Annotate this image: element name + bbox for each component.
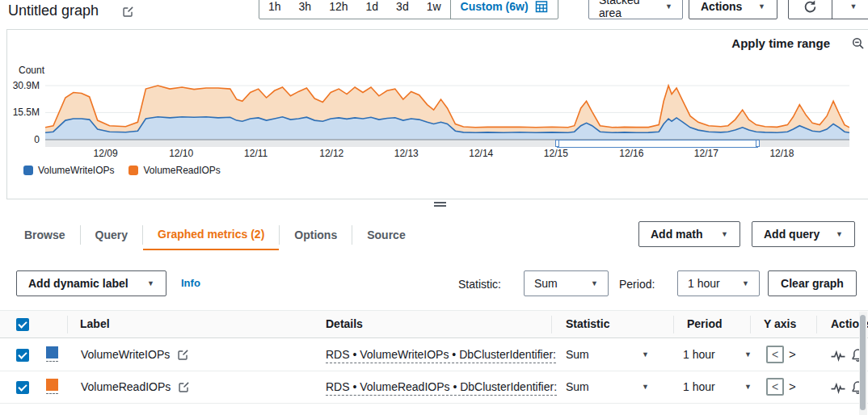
tab-graphed-metrics[interactable]: Graphed metrics (2): [143, 220, 279, 250]
tab-options[interactable]: Options: [280, 220, 352, 250]
divider: [67, 316, 68, 333]
refresh-split-button: ▼: [788, 0, 868, 19]
brush-left-handle[interactable]: [555, 140, 559, 147]
zoom-out-icon[interactable]: [852, 37, 865, 50]
y-axis-left-button[interactable]: <: [766, 346, 784, 363]
metric-label: VolumeReadIOPs: [81, 380, 171, 393]
row-statistic-select[interactable]: Sum ▼: [566, 380, 649, 393]
chart-type-value: Stacked area: [599, 0, 657, 19]
clear-graph-button[interactable]: Clear graph: [768, 270, 857, 296]
column-header-statistic: Statistic: [566, 317, 609, 330]
y-axis-left-button[interactable]: <: [766, 378, 784, 396]
row-period-value: 1 hour: [683, 348, 715, 361]
column-header-period: Period: [687, 317, 723, 330]
metric-details[interactable]: RDS • VolumeReadIOPs • DbClusterIdentifi…: [326, 380, 557, 396]
row-checkbox[interactable]: [16, 381, 29, 394]
edit-label-icon[interactable]: [178, 381, 190, 393]
panel-resize-handle[interactable]: [434, 202, 446, 208]
divider: [750, 316, 751, 333]
x-axis-tick: 12/11: [237, 148, 276, 159]
x-axis-tick: 12/18: [762, 148, 801, 159]
row-period-select[interactable]: 1 hour ▼: [683, 380, 752, 393]
alarm-pulse-icon[interactable]: [831, 380, 845, 395]
caret-down-icon: ▼: [742, 280, 749, 287]
row-period-select[interactable]: 1 hour ▼: [683, 348, 752, 361]
calendar-icon: [535, 0, 548, 13]
custom-range-label: Custom (6w): [461, 0, 529, 13]
x-axis-tick: 12/13: [387, 148, 426, 159]
caret-down-icon: ▼: [591, 280, 598, 287]
edit-label-icon[interactable]: [177, 349, 189, 361]
legend-swatch-blue: [23, 166, 33, 175]
row-statistic-value: Sum: [566, 380, 589, 393]
caret-down-icon: ▼: [744, 384, 752, 391]
metric-color-swatch[interactable]: [46, 379, 58, 394]
apply-time-range-button[interactable]: Apply time range: [731, 36, 830, 50]
legend-swatch-orange: [129, 166, 138, 175]
legend-item-volume-read-iops[interactable]: VolumeReadIOPs: [129, 165, 220, 176]
time-range-1w[interactable]: 1w: [418, 0, 450, 13]
metric-details[interactable]: RDS • VolumeWriteIOPs • DbClusterIdentif…: [326, 348, 556, 363]
page-title: Untitled graph: [8, 2, 99, 19]
divider: [673, 316, 674, 333]
legend-item-volume-write-iops[interactable]: VolumeWriteIOPs: [23, 165, 114, 176]
period-value: 1 hour: [688, 277, 720, 290]
legend-label: VolumeWriteIOPs: [38, 165, 114, 176]
tab-source[interactable]: Source: [352, 220, 419, 250]
y-axis-right-button[interactable]: >: [789, 347, 796, 361]
edit-title-icon[interactable]: [122, 6, 134, 18]
column-header-label: Label: [80, 317, 110, 330]
add-query-button[interactable]: Add query ▼: [752, 221, 855, 247]
brush-right-handle[interactable]: [756, 140, 760, 147]
select-all-checkbox[interactable]: [16, 318, 29, 331]
time-range-12h[interactable]: 12h: [320, 0, 356, 13]
divider: [816, 316, 817, 333]
row-checkbox[interactable]: [16, 349, 29, 362]
graph-panel: Apply time range Count 30.9M15.5M0 12/09…: [6, 29, 868, 199]
time-range-1h[interactable]: 1h: [259, 0, 290, 13]
caret-down-icon: ▼: [147, 280, 154, 287]
add-dynamic-label-button[interactable]: Add dynamic label ▼: [16, 270, 166, 296]
metric-label: VolumeWriteIOPs: [81, 348, 170, 361]
info-link[interactable]: Info: [181, 277, 200, 289]
refresh-icon: [803, 0, 817, 14]
add-dynamic-label-text: Add dynamic label: [28, 277, 129, 290]
statistic-label: Statistic:: [458, 278, 501, 291]
caret-down-icon: ▼: [836, 231, 843, 238]
time-range-3h[interactable]: 3h: [290, 0, 321, 13]
alarm-pulse-icon[interactable]: [831, 348, 845, 363]
statistic-select[interactable]: Sum ▼: [524, 270, 609, 296]
refresh-button[interactable]: [789, 0, 832, 19]
add-query-label: Add query: [764, 228, 820, 241]
actions-button[interactable]: Actions ▼: [689, 0, 777, 19]
table-row-volume-read-iops: VolumeReadIOPs RDS • VolumeReadIOPs • Db…: [0, 371, 868, 404]
caret-down-icon: ▼: [642, 351, 649, 358]
x-axis-tick: 12/15: [537, 148, 575, 159]
refresh-options-button[interactable]: ▼: [832, 0, 868, 19]
tab-browse[interactable]: Browse: [10, 220, 80, 250]
period-select[interactable]: 1 hour ▼: [677, 270, 760, 296]
add-math-label: Add math: [651, 228, 703, 241]
column-header-y-axis: Y axis: [764, 317, 796, 330]
add-math-button[interactable]: Add math ▼: [638, 221, 740, 247]
y-axis-right-button[interactable]: >: [789, 379, 796, 393]
y-axis-tick: 0: [7, 134, 40, 145]
time-range-group: 1h 3h 12h 1d 3d 1w Custom (6w): [259, 0, 558, 19]
tab-bar: Browse Query Graphed metrics (2) Options…: [10, 220, 420, 250]
chart-type-select[interactable]: Stacked area ▼: [588, 0, 683, 19]
row-statistic-select[interactable]: Sum ▼: [566, 348, 649, 361]
metric-color-swatch[interactable]: [46, 346, 58, 362]
tab-query[interactable]: Query: [81, 220, 142, 250]
custom-time-range-button[interactable]: Custom (6w): [451, 0, 558, 13]
stacked-area-chart[interactable]: [45, 80, 849, 143]
caret-down-icon: ▼: [721, 231, 728, 238]
row-statistic-value: Sum: [566, 348, 589, 361]
metric-label-cell: VolumeWriteIOPs: [81, 348, 189, 361]
statistic-value: Sum: [534, 277, 558, 290]
time-range-3d[interactable]: 3d: [387, 0, 418, 13]
x-axis-tick: 12/12: [312, 148, 351, 159]
caret-down-icon: ▼: [758, 3, 765, 10]
vertical-scrollbar-thumb[interactable]: [860, 315, 866, 410]
time-brush-selection[interactable]: [557, 140, 758, 148]
time-range-1d[interactable]: 1d: [357, 0, 388, 13]
